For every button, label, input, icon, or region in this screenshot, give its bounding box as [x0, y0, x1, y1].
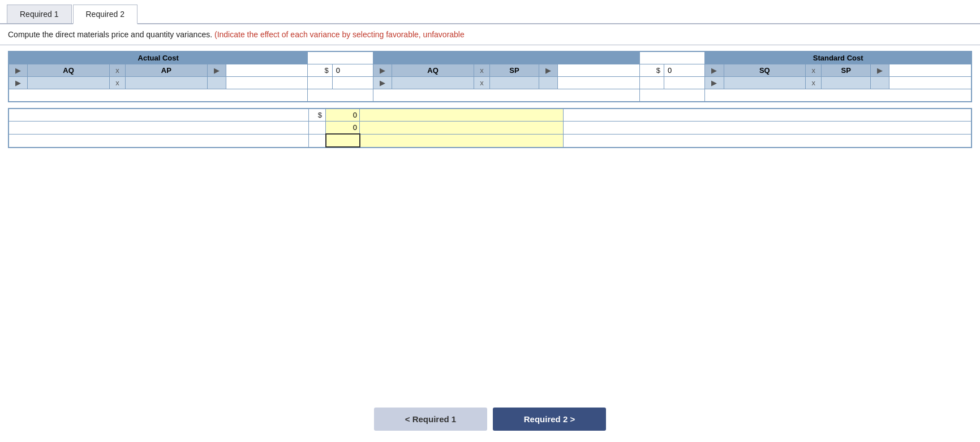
dollar-sign-3: $	[309, 109, 326, 122]
variance-label-2[interactable]	[9, 122, 309, 135]
prev-button[interactable]: < Required 1	[374, 408, 487, 431]
variance-label-input-3	[12, 136, 305, 145]
variance-type-2[interactable]	[360, 122, 564, 135]
variance-type-1[interactable]	[360, 109, 564, 122]
col-ap: AP	[126, 64, 208, 77]
variance-value-2[interactable]	[326, 122, 360, 135]
variance-table: Actual Cost Standard Cost ▶ AQ	[8, 51, 972, 102]
dollar-sign-5	[309, 134, 326, 147]
bottom-variance-wrapper: $	[8, 108, 972, 148]
variance-value-input-2	[329, 123, 357, 132]
col-sp2: SP	[822, 64, 871, 77]
dollar2: $	[639, 64, 664, 77]
variance-label-input-1	[12, 111, 305, 119]
dollar-sign-4	[309, 122, 326, 135]
variance-type-input-2	[363, 123, 560, 132]
content-area: Actual Cost Standard Cost ▶ AQ	[0, 45, 980, 397]
value2-cell[interactable]	[664, 64, 705, 77]
tabs-bar: Required 1 Required 2	[0, 0, 980, 24]
instructions-bar: Compute the direct materials price and q…	[0, 24, 980, 45]
col-x1: x	[109, 64, 125, 77]
tab-required1[interactable]: Required 1	[7, 5, 72, 23]
col-x2: x	[474, 64, 489, 77]
col-sq: SQ	[724, 64, 806, 77]
col-sp1: SP	[490, 64, 539, 77]
variance-blank-2	[564, 122, 972, 135]
variance-value-1[interactable]	[326, 109, 360, 122]
variance-blank-1	[564, 109, 972, 122]
value1-input	[336, 66, 369, 75]
variance-row-table: $	[8, 109, 972, 148]
value2-input	[668, 66, 701, 75]
middle-header	[373, 52, 640, 64]
variance-type-3[interactable]	[360, 134, 564, 147]
instructions-red: (Indicate the effect of each variance by…	[214, 30, 465, 39]
col-x3: x	[806, 64, 822, 77]
variance-type-input-3	[364, 136, 560, 145]
variance-value-input-3	[330, 136, 356, 145]
variance-label-3[interactable]	[9, 134, 309, 147]
prev-button-label: < Required 1	[405, 414, 456, 424]
variance-type-input-1	[363, 111, 560, 119]
next-button[interactable]: Required 2 >	[493, 408, 606, 431]
variance-value-input-1	[329, 111, 357, 119]
nav-buttons: < Required 1 Required 2 >	[0, 397, 980, 442]
variance-label-1[interactable]	[9, 109, 309, 122]
variance-label-input-2	[12, 123, 305, 132]
tab-required2[interactable]: Required 2	[73, 5, 138, 24]
actual-cost-header: Actual Cost	[9, 52, 308, 64]
tab-required1-label: Required 1	[20, 10, 59, 19]
col-aq-mid: AQ	[392, 64, 474, 77]
instructions-static: Compute the direct materials price and q…	[8, 30, 212, 39]
variance-value-3[interactable]	[326, 134, 360, 147]
value1-cell[interactable]	[332, 64, 373, 77]
tab-required2-label: Required 2	[86, 10, 125, 19]
variance-table-wrapper: Actual Cost Standard Cost ▶ AQ	[8, 51, 972, 102]
variance-blank-3	[564, 134, 972, 147]
standard-cost-header: Standard Cost	[705, 52, 972, 64]
dollar1: $	[308, 64, 332, 77]
next-button-label: Required 2 >	[524, 414, 575, 424]
col-aq-actual: AQ	[28, 64, 110, 77]
